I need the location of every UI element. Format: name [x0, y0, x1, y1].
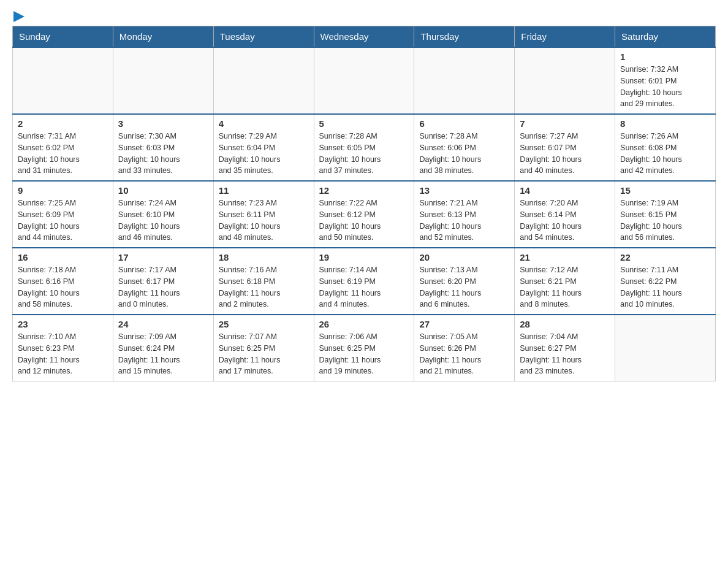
day-cell: 8Sunrise: 7:26 AMSunset: 6:08 PMDaylight…: [615, 114, 716, 181]
day-number: 16: [18, 252, 108, 262]
day-cell: [615, 315, 716, 381]
day-number: 8: [620, 118, 710, 129]
day-number: 3: [118, 118, 208, 129]
day-number: 13: [419, 185, 509, 196]
day-info: Sunrise: 7:27 AMSunset: 6:07 PMDaylight:…: [520, 131, 610, 177]
day-cell: 13Sunrise: 7:21 AMSunset: 6:13 PMDayligh…: [414, 181, 515, 248]
day-number: 6: [419, 118, 509, 129]
week-row-4: 16Sunrise: 7:18 AMSunset: 6:16 PMDayligh…: [13, 248, 716, 315]
week-row-1: 1Sunrise: 7:32 AMSunset: 6:01 PMDaylight…: [13, 47, 716, 114]
day-cell: [515, 47, 615, 114]
day-cell: 18Sunrise: 7:16 AMSunset: 6:18 PMDayligh…: [213, 248, 314, 315]
day-info: Sunrise: 7:14 AMSunset: 6:19 PMDaylight:…: [319, 264, 409, 310]
logo-arrow-icon: [13, 11, 25, 22]
day-info: Sunrise: 7:04 AMSunset: 6:27 PMDaylight:…: [520, 331, 610, 377]
day-cell: 24Sunrise: 7:09 AMSunset: 6:24 PMDayligh…: [113, 315, 213, 381]
day-number: 11: [219, 185, 309, 196]
page-header: [12, 12, 716, 20]
day-info: Sunrise: 7:07 AMSunset: 6:25 PMDaylight:…: [219, 331, 309, 377]
day-info: Sunrise: 7:22 AMSunset: 6:12 PMDaylight:…: [319, 197, 409, 243]
day-number: 26: [319, 319, 409, 329]
day-cell: [213, 47, 314, 114]
day-cell: 3Sunrise: 7:30 AMSunset: 6:03 PMDaylight…: [113, 114, 213, 181]
day-info: Sunrise: 7:32 AMSunset: 6:01 PMDaylight:…: [620, 64, 710, 110]
day-number: 5: [319, 118, 409, 129]
day-cell: 11Sunrise: 7:23 AMSunset: 6:11 PMDayligh…: [213, 181, 314, 248]
day-info: Sunrise: 7:12 AMSunset: 6:21 PMDaylight:…: [520, 264, 610, 310]
day-cell: 22Sunrise: 7:11 AMSunset: 6:22 PMDayligh…: [615, 248, 716, 315]
day-number: 23: [18, 319, 108, 329]
day-cell: 20Sunrise: 7:13 AMSunset: 6:20 PMDayligh…: [414, 248, 515, 315]
day-info: Sunrise: 7:30 AMSunset: 6:03 PMDaylight:…: [118, 131, 208, 177]
day-number: 15: [620, 185, 710, 196]
day-cell: 19Sunrise: 7:14 AMSunset: 6:19 PMDayligh…: [314, 248, 414, 315]
svg-marker-0: [13, 11, 25, 22]
day-cell: [113, 47, 213, 114]
calendar-table: SundayMondayTuesdayWednesdayThursdayFrid…: [12, 26, 716, 381]
day-info: Sunrise: 7:21 AMSunset: 6:13 PMDaylight:…: [419, 197, 509, 243]
day-info: Sunrise: 7:16 AMSunset: 6:18 PMDaylight:…: [219, 264, 309, 310]
day-cell: 2Sunrise: 7:31 AMSunset: 6:02 PMDaylight…: [13, 114, 113, 181]
day-info: Sunrise: 7:23 AMSunset: 6:11 PMDaylight:…: [219, 197, 309, 243]
day-cell: 4Sunrise: 7:29 AMSunset: 6:04 PMDaylight…: [213, 114, 314, 181]
day-info: Sunrise: 7:31 AMSunset: 6:02 PMDaylight:…: [18, 131, 108, 177]
day-info: Sunrise: 7:20 AMSunset: 6:14 PMDaylight:…: [520, 197, 610, 243]
day-info: Sunrise: 7:24 AMSunset: 6:10 PMDaylight:…: [118, 197, 208, 243]
day-number: 17: [118, 252, 208, 262]
day-cell: 28Sunrise: 7:04 AMSunset: 6:27 PMDayligh…: [515, 315, 615, 381]
day-number: 20: [419, 252, 509, 262]
col-header-friday: Friday: [515, 26, 615, 48]
day-cell: 25Sunrise: 7:07 AMSunset: 6:25 PMDayligh…: [213, 315, 314, 381]
day-number: 18: [219, 252, 309, 262]
day-cell: 9Sunrise: 7:25 AMSunset: 6:09 PMDaylight…: [13, 181, 113, 248]
day-cell: 10Sunrise: 7:24 AMSunset: 6:10 PMDayligh…: [113, 181, 213, 248]
col-header-monday: Monday: [113, 26, 213, 48]
day-number: 7: [520, 118, 610, 129]
day-number: 24: [118, 319, 208, 329]
day-info: Sunrise: 7:13 AMSunset: 6:20 PMDaylight:…: [419, 264, 509, 310]
day-number: 9: [18, 185, 108, 196]
day-number: 1: [620, 52, 710, 62]
day-info: Sunrise: 7:11 AMSunset: 6:22 PMDaylight:…: [620, 264, 710, 310]
week-row-3: 9Sunrise: 7:25 AMSunset: 6:09 PMDaylight…: [13, 181, 716, 248]
day-number: 19: [319, 252, 409, 262]
day-number: 10: [118, 185, 208, 196]
day-cell: 15Sunrise: 7:19 AMSunset: 6:15 PMDayligh…: [615, 181, 716, 248]
col-header-saturday: Saturday: [615, 26, 716, 48]
day-number: 2: [18, 118, 108, 129]
day-info: Sunrise: 7:17 AMSunset: 6:17 PMDaylight:…: [118, 264, 208, 310]
day-info: Sunrise: 7:29 AMSunset: 6:04 PMDaylight:…: [219, 131, 309, 177]
day-cell: 1Sunrise: 7:32 AMSunset: 6:01 PMDaylight…: [615, 47, 716, 114]
day-number: 25: [219, 319, 309, 329]
day-number: 27: [419, 319, 509, 329]
day-number: 21: [520, 252, 610, 262]
day-cell: [314, 47, 414, 114]
day-info: Sunrise: 7:18 AMSunset: 6:16 PMDaylight:…: [18, 264, 108, 310]
day-info: Sunrise: 7:10 AMSunset: 6:23 PMDaylight:…: [18, 331, 108, 377]
day-number: 14: [520, 185, 610, 196]
col-header-wednesday: Wednesday: [314, 26, 414, 48]
day-info: Sunrise: 7:28 AMSunset: 6:06 PMDaylight:…: [419, 131, 509, 177]
col-header-tuesday: Tuesday: [213, 26, 314, 48]
day-info: Sunrise: 7:26 AMSunset: 6:08 PMDaylight:…: [620, 131, 710, 177]
calendar-header-row: SundayMondayTuesdayWednesdayThursdayFrid…: [13, 26, 716, 48]
day-cell: 17Sunrise: 7:17 AMSunset: 6:17 PMDayligh…: [113, 248, 213, 315]
day-cell: [13, 47, 113, 114]
day-cell: 21Sunrise: 7:12 AMSunset: 6:21 PMDayligh…: [515, 248, 615, 315]
day-cell: [414, 47, 515, 114]
day-info: Sunrise: 7:09 AMSunset: 6:24 PMDaylight:…: [118, 331, 208, 377]
day-number: 4: [219, 118, 309, 129]
day-number: 12: [319, 185, 409, 196]
day-cell: 16Sunrise: 7:18 AMSunset: 6:16 PMDayligh…: [13, 248, 113, 315]
col-header-thursday: Thursday: [414, 26, 515, 48]
day-cell: 5Sunrise: 7:28 AMSunset: 6:05 PMDaylight…: [314, 114, 414, 181]
day-info: Sunrise: 7:28 AMSunset: 6:05 PMDaylight:…: [319, 131, 409, 177]
week-row-2: 2Sunrise: 7:31 AMSunset: 6:02 PMDaylight…: [13, 114, 716, 181]
day-cell: 23Sunrise: 7:10 AMSunset: 6:23 PMDayligh…: [13, 315, 113, 381]
day-info: Sunrise: 7:19 AMSunset: 6:15 PMDaylight:…: [620, 197, 710, 243]
day-number: 28: [520, 319, 610, 329]
day-number: 22: [620, 252, 710, 262]
day-cell: 6Sunrise: 7:28 AMSunset: 6:06 PMDaylight…: [414, 114, 515, 181]
col-header-sunday: Sunday: [13, 26, 113, 48]
day-cell: 14Sunrise: 7:20 AMSunset: 6:14 PMDayligh…: [515, 181, 615, 248]
